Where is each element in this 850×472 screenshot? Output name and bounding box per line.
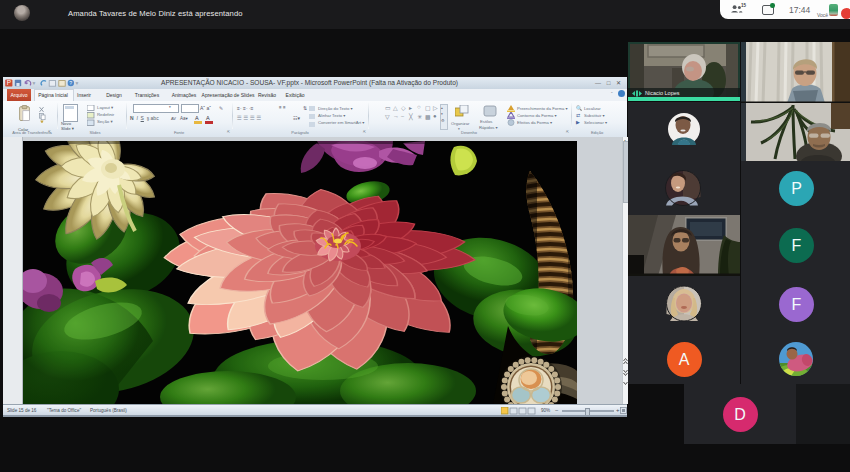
svg-text:▾: ▾ (76, 80, 79, 86)
svg-text:P: P (7, 79, 11, 86)
svg-text:▾: ▾ (32, 80, 35, 86)
svg-text:?: ? (69, 80, 72, 86)
